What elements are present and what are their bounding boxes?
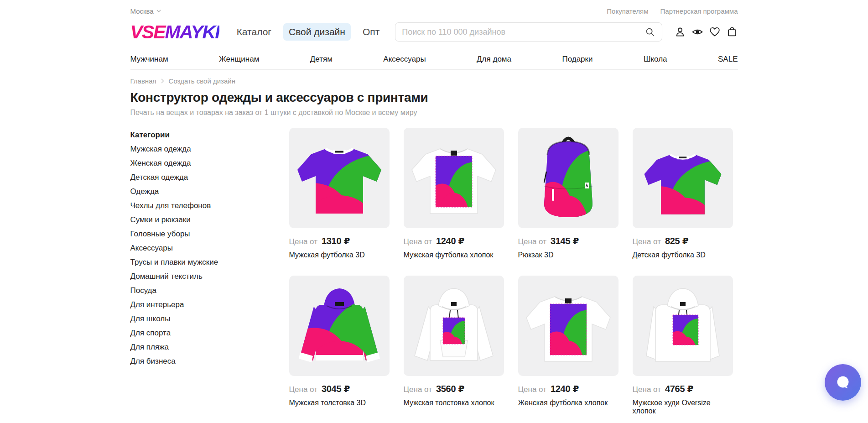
price-value: 825 ₽ (665, 235, 688, 246)
header-icons (674, 26, 738, 38)
product-name[interactable]: Детская футболка 3D (633, 251, 733, 259)
product-card[interactable]: Цена от 3145 ₽ Рюкзак 3D (518, 128, 619, 259)
catnav-item-7[interactable]: SALE (718, 55, 738, 64)
search-input[interactable] (402, 27, 644, 37)
price-label: Цена от (633, 385, 661, 394)
price-value: 3145 ₽ (551, 235, 579, 246)
product-card[interactable]: Цена от 1310 ₽ Мужская футболка 3D (289, 128, 390, 259)
sidebar-item-13[interactable]: Для спорта (130, 326, 267, 340)
product-name[interactable]: Рюкзак 3D (518, 251, 619, 259)
sidebar-item-11[interactable]: Для интерьера (130, 298, 267, 312)
sidebar-item-10[interactable]: Посуда (130, 283, 267, 298)
product-image[interactable] (633, 128, 733, 228)
product-card[interactable]: Цена от 825 ₽ Детская футболка 3D (633, 128, 733, 259)
search-box (395, 22, 662, 42)
sidebar-item-3[interactable]: Одежда (130, 184, 267, 198)
sidebar-item-5[interactable]: Сумки и рюкзаки (130, 213, 267, 227)
sidebar-item-8[interactable]: Трусы и плавки мужские (130, 255, 267, 269)
product-image[interactable] (404, 128, 504, 228)
chat-bubble-icon (833, 372, 853, 392)
nav-own-design[interactable]: Свой дизайн (283, 23, 351, 41)
sidebar-item-9[interactable]: Домашний текстиль (130, 269, 267, 283)
product-image[interactable] (518, 128, 619, 228)
catnav-item-3[interactable]: Аксессуары (383, 55, 426, 64)
logo[interactable]: VSEMAYKI (130, 23, 219, 42)
product-name[interactable]: Женская футболка хлопок (518, 399, 619, 407)
chevron-down-icon (156, 10, 161, 13)
price-label: Цена от (289, 385, 317, 394)
product-card[interactable]: Цена от 1240 ₽ Женская футболка хлопок (518, 276, 619, 415)
product-price-row: Цена от 4765 ₽ (633, 383, 733, 394)
breadcrumb: Главная Создать свой дизайн (130, 77, 738, 85)
product-price-row: Цена от 1310 ₽ (289, 235, 390, 246)
product-price-row: Цена от 1240 ₽ (404, 235, 504, 246)
logo-part-mayki: MAYKI (165, 21, 219, 42)
product-name[interactable]: Мужская футболка хлопок (404, 251, 504, 259)
categories-sidebar: Категории Мужская одеждаЖенская одеждаДе… (130, 128, 267, 423)
catnav-item-6[interactable]: Школа (644, 55, 667, 64)
price-value: 1240 ₽ (436, 235, 464, 246)
product-image[interactable] (518, 276, 619, 376)
price-value: 1310 ₽ (322, 235, 350, 246)
sidebar-item-1[interactable]: Женская одежда (130, 156, 267, 170)
product-card[interactable]: Цена от 3045 ₽ Мужская толстовка 3D (289, 276, 390, 415)
product-card[interactable]: Цена от 1240 ₽ Мужская футболка хлопок (404, 128, 504, 259)
product-name[interactable]: Мужская толстовка 3D (289, 399, 390, 407)
sidebar-item-15[interactable]: Для бизнеса (130, 354, 267, 368)
product-image[interactable] (289, 276, 390, 376)
price-value: 1240 ₽ (551, 383, 579, 394)
sidebar-title: Категории (130, 128, 267, 142)
topbar-link-partners[interactable]: Партнерская программа (660, 7, 738, 15)
price-value: 3560 ₽ (436, 383, 464, 394)
cart-icon[interactable] (726, 26, 738, 38)
viewed-icon[interactable] (691, 26, 703, 38)
logo-part-vse: VSE (130, 21, 165, 42)
breadcrumb-home[interactable]: Главная (130, 77, 156, 85)
sidebar-item-6[interactable]: Головные уборы (130, 227, 267, 241)
catnav-item-1[interactable]: Женщинам (219, 55, 259, 64)
city-selector[interactable]: Москва (130, 7, 161, 15)
product-card[interactable]: Цена от 3560 ₽ Мужская толстовка хлопок (404, 276, 504, 415)
catnav-item-4[interactable]: Для дома (477, 55, 511, 64)
nav-catalog[interactable]: Каталог (231, 23, 277, 41)
product-name[interactable]: Мужская футболка 3D (289, 251, 390, 259)
product-name[interactable]: Мужское худи Oversize хлопок (633, 399, 733, 415)
account-icon[interactable] (674, 26, 686, 38)
catnav-item-2[interactable]: Детям (310, 55, 333, 64)
nav-wholesale[interactable]: Опт (357, 23, 385, 41)
sidebar-item-0[interactable]: Мужская одежда (130, 142, 267, 156)
product-card[interactable]: Цена от 4765 ₽ Мужское худи Oversize хло… (633, 276, 733, 415)
price-label: Цена от (518, 237, 546, 246)
catnav-item-0[interactable]: Мужчинам (130, 55, 168, 64)
product-name[interactable]: Мужская толстовка хлопок (404, 399, 504, 407)
chat-widget-button[interactable] (825, 364, 861, 401)
product-image[interactable] (289, 128, 390, 228)
page-subtitle: Печать на вещах и товарах на заказ от 1 … (130, 109, 738, 117)
breadcrumb-current: Создать свой дизайн (169, 77, 235, 85)
sidebar-item-12[interactable]: Для школы (130, 312, 267, 326)
page-title: Конструктор одежды и аксессуаров с принт… (130, 90, 738, 105)
price-label: Цена от (633, 237, 661, 246)
favorites-icon[interactable] (709, 26, 721, 38)
sidebar-item-2[interactable]: Детская одежда (130, 170, 267, 184)
product-price-row: Цена от 3145 ₽ (518, 235, 619, 246)
product-image[interactable] (633, 276, 733, 376)
city-label: Москва (130, 7, 154, 15)
product-price-row: Цена от 1240 ₽ (518, 383, 619, 394)
catnav-item-5[interactable]: Подарки (562, 55, 593, 64)
main-header: VSEMAYKI Каталог Свой дизайн Опт (130, 20, 738, 44)
price-label: Цена от (518, 385, 546, 394)
search-icon[interactable] (645, 26, 655, 37)
price-label: Цена от (404, 237, 432, 246)
header-nav: Каталог Свой дизайн Опт (231, 23, 385, 41)
category-nav: МужчинамЖенщинамДетямАксессуарыДля домаП… (130, 49, 738, 70)
sidebar-item-14[interactable]: Для пляжа (130, 340, 267, 354)
top-bar: Москва Покупателям Партнерская программа (130, 0, 738, 15)
topbar-link-buyers[interactable]: Покупателям (607, 7, 648, 15)
price-label: Цена от (404, 385, 432, 394)
price-value: 3045 ₽ (322, 383, 350, 394)
sidebar-item-7[interactable]: Аксессуары (130, 241, 267, 255)
product-image[interactable] (404, 276, 504, 376)
sidebar-item-4[interactable]: Чехлы для телефонов (130, 198, 267, 213)
price-value: 4765 ₽ (665, 383, 693, 394)
